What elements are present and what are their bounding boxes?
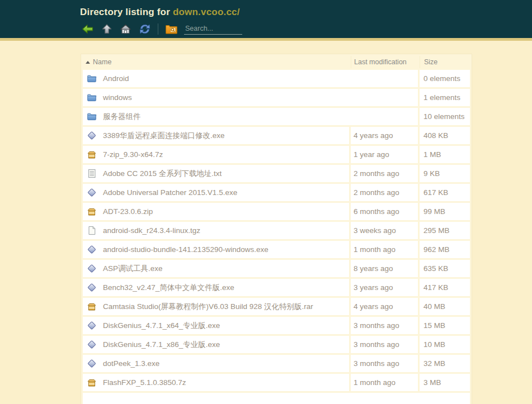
- size-cell: 962 MB: [420, 241, 470, 258]
- size-cell: 15 MB: [420, 317, 470, 334]
- name-cell: 7-zip_9.30-x64.7z: [83, 146, 349, 163]
- name-cell: Bench32_v2.47_简体中文单文件版.exe: [83, 279, 349, 296]
- table-row-file[interactable]: dotPeek_1.3.exe3 months ago32 MB: [83, 355, 470, 372]
- name-cell: android-sdk_r24.3.4-linux.tgz: [83, 222, 349, 239]
- table-row-folder[interactable]: Android0 elements: [83, 70, 470, 87]
- text-file-icon: [87, 169, 97, 178]
- page-title: Directory listing for down.vcoo.cc/: [0, 0, 532, 18]
- page-title-prefix: Directory listing for: [80, 7, 173, 17]
- table-row-file[interactable]: DiskGenius_4.7.1_x86_专业版.exe3 months ago…: [83, 336, 470, 353]
- file-link[interactable]: DiskGenius_4.7.1_x64_专业版.exe: [103, 320, 220, 331]
- last-modification-cell: 4 years ago: [351, 127, 418, 144]
- size-cell: 1 MB: [420, 146, 470, 163]
- table-row-file[interactable]: FlashFXP_5.1.0.3850.7z1 month ago3 MB: [83, 374, 470, 391]
- exe-diamond-icon: [87, 359, 97, 368]
- last-modification-cell: 3 years ago: [351, 279, 418, 296]
- column-header-name[interactable]: Name: [83, 58, 349, 66]
- exe-diamond-icon: [87, 131, 97, 140]
- last-modification-cell: 4 years ago: [351, 298, 418, 315]
- blank-file-icon: [87, 226, 97, 235]
- size-cell: 1 elements: [420, 89, 470, 106]
- sort-ascending-icon: [86, 61, 90, 64]
- file-link[interactable]: android-sdk_r24.3.4-linux.tgz: [103, 225, 200, 236]
- table-header-row: Name Last modification Size: [83, 56, 470, 68]
- name-cell: android-studio-bundle-141.2135290-window…: [83, 241, 349, 258]
- toolbar-divider: [158, 23, 158, 35]
- blue-folder-icon: [87, 112, 97, 121]
- name-cell: Android: [83, 70, 418, 87]
- folder-link[interactable]: Android: [103, 73, 129, 84]
- file-link[interactable]: Adobe CC 2015 全系列下载地址.txt: [103, 168, 222, 179]
- archive-box-icon: [87, 207, 97, 216]
- name-cell: ADT-23.0.6.zip: [83, 203, 349, 220]
- size-cell: 635 KB: [420, 260, 470, 277]
- file-link[interactable]: DiskGenius_4.7.1_x86_专业版.exe: [103, 339, 220, 350]
- column-header-size[interactable]: Size: [420, 56, 470, 68]
- folder-search-icon[interactable]: [165, 23, 178, 35]
- last-modification-cell: 3 months ago: [351, 355, 418, 372]
- table-row-file[interactable]: android-studio-bundle-141.2135290-window…: [83, 241, 470, 258]
- exe-diamond-icon: [87, 188, 97, 197]
- size-cell: 99 MB: [420, 203, 470, 220]
- table-row-file[interactable]: ADT-23.0.6.zip6 months ago99 MB: [83, 203, 470, 220]
- directory-table: Name Last modification Size Android0 ele…: [81, 54, 472, 404]
- folder-link[interactable]: windows: [103, 92, 132, 103]
- last-modification-cell: 2 months ago: [351, 184, 418, 201]
- size-cell: 9 KB: [420, 165, 470, 182]
- table-row-folder[interactable]: 服务器组件10 elements: [83, 108, 470, 125]
- table-row-folder[interactable]: windows1 elements: [83, 89, 470, 106]
- exe-diamond-icon: [87, 340, 97, 349]
- file-link[interactable]: dotPeek_1.3.exe: [103, 358, 159, 369]
- last-modification-cell: 1 month ago: [351, 241, 418, 258]
- table-row-file[interactable]: ASP调试工具.exe8 years ago635 KB: [83, 260, 470, 277]
- table-row-partial[interactable]: [83, 393, 470, 404]
- blue-folder-icon: [87, 93, 97, 102]
- table-row-file[interactable]: 7-zip_9.30-x64.7z1 year ago1 MB: [83, 146, 470, 163]
- name-cell: Adobe Universal Patcher 2015.V1.5.exe: [83, 184, 349, 201]
- table-row-file[interactable]: Camtasia Studio(屏幕教程制作)V6.03 Build 928 汉…: [83, 298, 470, 315]
- refresh-icon[interactable]: [138, 23, 151, 35]
- table-row-file[interactable]: Adobe Universal Patcher 2015.V1.5.exe2 m…: [83, 184, 470, 201]
- search-input[interactable]: [184, 23, 242, 35]
- file-link[interactable]: Camtasia Studio(屏幕教程制作)V6.03 Build 928 汉…: [103, 301, 313, 312]
- home-icon[interactable]: [119, 23, 132, 35]
- name-cell: DiskGenius_4.7.1_x86_专业版.exe: [83, 336, 349, 353]
- file-link[interactable]: 7-zip_9.30-x64.7z: [103, 149, 163, 160]
- last-modification-cell: 3 months ago: [351, 336, 418, 353]
- file-link[interactable]: Bench32_v2.47_简体中文单文件版.exe: [103, 282, 234, 293]
- file-link[interactable]: ASP调试工具.exe: [103, 263, 163, 274]
- name-cell: 3389华盾远程桌面连接端口修改.exe: [83, 127, 349, 144]
- table-row-file[interactable]: Bench32_v2.47_简体中文单文件版.exe3 years ago417…: [83, 279, 470, 296]
- up-icon[interactable]: [100, 23, 113, 35]
- toolbar: [81, 22, 532, 36]
- size-cell: 40 MB: [420, 298, 470, 315]
- last-modification-cell: 1 month ago: [351, 374, 418, 391]
- name-cell: ASP调试工具.exe: [83, 260, 349, 277]
- size-cell: 0 elements: [420, 70, 470, 87]
- blue-folder-icon: [87, 74, 97, 83]
- file-link[interactable]: ADT-23.0.6.zip: [103, 206, 153, 217]
- column-header-last-modification[interactable]: Last modification: [351, 56, 418, 68]
- exe-diamond-icon: [87, 264, 97, 273]
- file-link[interactable]: Adobe Universal Patcher 2015.V1.5.exe: [103, 187, 237, 198]
- table-row-file[interactable]: Adobe CC 2015 全系列下载地址.txt2 months ago9 K…: [83, 165, 470, 182]
- last-modification-cell: 3 months ago: [351, 317, 418, 334]
- file-link[interactable]: android-studio-bundle-141.2135290-window…: [103, 244, 269, 255]
- folder-link[interactable]: 服务器组件: [103, 111, 141, 122]
- file-link[interactable]: FlashFXP_5.1.0.3850.7z: [103, 377, 186, 388]
- size-cell: 408 KB: [420, 127, 470, 144]
- last-modification-cell: 1 year ago: [351, 146, 418, 163]
- size-cell: 10 elements: [420, 108, 470, 125]
- table-row-file[interactable]: 3389华盾远程桌面连接端口修改.exe4 years ago408 KB: [83, 127, 470, 144]
- table-row-file[interactable]: DiskGenius_4.7.1_x64_专业版.exe3 months ago…: [83, 317, 470, 334]
- size-cell: 417 KB: [420, 279, 470, 296]
- name-cell: Camtasia Studio(屏幕教程制作)V6.03 Build 928 汉…: [83, 298, 349, 315]
- name-cell: 服务器组件: [83, 108, 418, 125]
- table-body: Android0 elementswindows1 elements服务器组件1…: [83, 70, 470, 391]
- back-icon[interactable]: [81, 23, 94, 35]
- size-cell: 3 MB: [420, 374, 470, 391]
- size-cell: 10 MB: [420, 336, 470, 353]
- file-link[interactable]: 3389华盾远程桌面连接端口修改.exe: [103, 130, 225, 141]
- name-cell: windows: [83, 89, 418, 106]
- table-row-file[interactable]: android-sdk_r24.3.4-linux.tgz3 weeks ago…: [83, 222, 470, 239]
